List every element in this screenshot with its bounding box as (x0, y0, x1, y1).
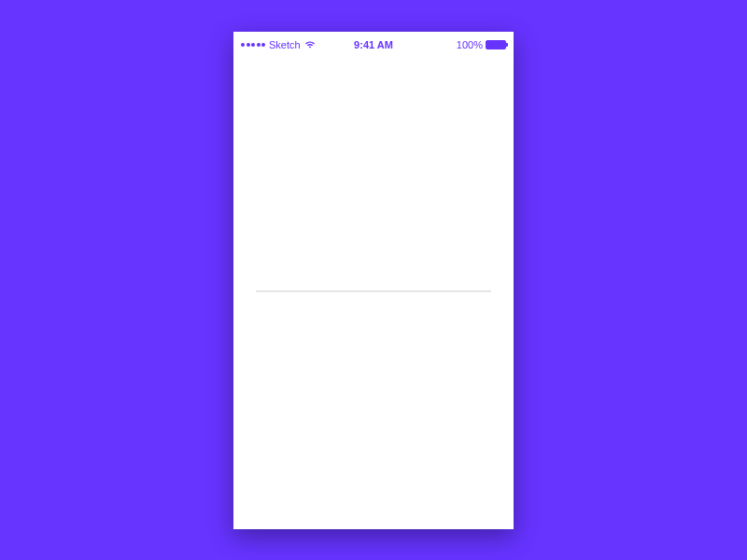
battery-percent-label: 100% (457, 39, 483, 50)
clock-label: 9:41 AM (354, 39, 393, 50)
battery-icon (486, 40, 506, 49)
phone-frame: Sketch 9:41 AM 100% (233, 32, 514, 529)
carrier-label: Sketch (269, 39, 301, 50)
status-bar: Sketch 9:41 AM 100% (233, 35, 514, 54)
status-bar-right: 100% (457, 39, 506, 50)
signal-strength-icon (241, 43, 265, 47)
wifi-icon (304, 40, 316, 49)
status-bar-left: Sketch (241, 39, 316, 50)
horizontal-divider (256, 290, 491, 292)
screen-content (233, 54, 514, 529)
